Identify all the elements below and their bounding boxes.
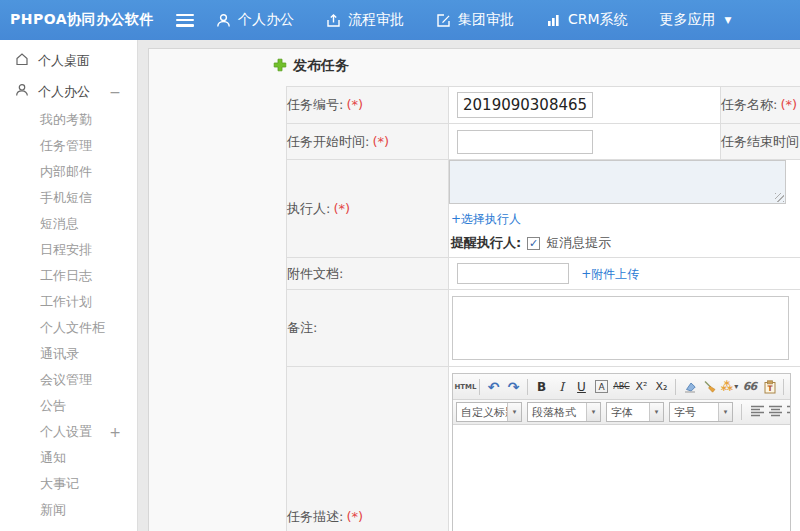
nav-item-flow-approval[interactable]: 流程审批 xyxy=(326,11,404,29)
sidebar-item-meeting-management[interactable]: 会议管理 xyxy=(0,367,137,393)
bar-chart-icon xyxy=(546,13,561,28)
sidebar-item-task-management[interactable]: 任务管理 xyxy=(0,133,137,159)
chevron-down-icon: ▾ xyxy=(649,403,663,421)
user-icon xyxy=(15,83,29,100)
executor-textarea[interactable] xyxy=(449,160,786,204)
sidebar-item-short-message[interactable]: 短消息 xyxy=(0,211,137,237)
sidebar-item-my-attendance[interactable]: 我的考勤 xyxy=(0,107,137,133)
remark-label-cell: 备注: xyxy=(287,290,449,367)
eraser-button[interactable] xyxy=(680,377,699,397)
paragraph-format-select[interactable]: 段落格式 ▾ xyxy=(527,402,601,422)
app-logo: PHPOA协同办公软件 xyxy=(0,11,176,29)
remark-field-cell xyxy=(449,290,800,367)
remark-textarea[interactable] xyxy=(452,296,789,360)
nav-item-more-apps[interactable]: 更多应用 ▼ xyxy=(660,11,732,29)
nav-item-group-approval[interactable]: 集团审批 xyxy=(436,11,514,29)
top-nav-menu: 个人办公 流程审批 集团审批 CRM系统 更多应用 xyxy=(216,11,732,29)
editor-content-area[interactable] xyxy=(453,425,790,531)
italic-button[interactable]: I xyxy=(552,377,571,397)
sms-remind-label: 短消息提示 xyxy=(546,234,611,252)
app-window: PHPOA协同办公软件 个人办公 流程审批 集团审批 xyxy=(0,0,800,531)
sidebar-item-mobile-sms[interactable]: 手机短信 xyxy=(0,185,137,211)
collapse-icon[interactable]: − xyxy=(109,84,121,100)
underline-button[interactable]: U xyxy=(572,377,591,397)
nav-item-crm[interactable]: CRM系统 xyxy=(546,11,628,29)
svg-text:T: T xyxy=(767,384,773,393)
blockquote-button[interactable]: 66 xyxy=(740,377,759,397)
menu-icon[interactable] xyxy=(176,14,194,27)
sidebar: 个人桌面 个人办公 − 我的考勤 任务管理 内部邮件 手机短信 短消息 日程安排… xyxy=(0,40,138,531)
description-label-cell: 任务描述:(*) xyxy=(287,367,449,531)
resize-grip-icon[interactable] xyxy=(775,193,784,202)
sidebar-item-contacts[interactable]: 通讯录 xyxy=(0,341,137,367)
task-number-label-cell: 任务编号:(*) xyxy=(287,87,449,124)
sidebar-item-work-log[interactable]: 工作日志 xyxy=(0,263,137,289)
page-title: 发布任务 xyxy=(273,57,349,75)
attachment-input[interactable] xyxy=(457,263,569,284)
executor-field-cell: +选择执行人 提醒执行人: ✓ 短消息提示 xyxy=(449,160,800,258)
sidebar-item-personal-office[interactable]: 个人办公 − xyxy=(0,76,137,107)
chevron-down-icon: ▾ xyxy=(734,382,738,391)
undo-button[interactable]: ↶ xyxy=(484,377,503,397)
sidebar-item-announcement[interactable]: 公告 xyxy=(0,393,137,419)
format-brush-button[interactable] xyxy=(700,377,719,397)
font-size-select[interactable]: 字号 ▾ xyxy=(669,402,733,422)
start-time-field-cell xyxy=(449,124,721,160)
font-color-button[interactable]: A▾ xyxy=(788,377,790,397)
font-family-select[interactable]: 字体 ▾ xyxy=(606,402,664,422)
sidebar-item-personal-settings[interactable]: 个人设置 + xyxy=(0,419,137,445)
sidebar-item-internal-mail[interactable]: 内部邮件 xyxy=(0,159,137,185)
user-icon xyxy=(216,13,231,28)
bold-button[interactable]: B xyxy=(532,377,551,397)
rich-text-editor: HTML ↶ ↷ B I U A ABC xyxy=(452,373,791,531)
chevron-down-icon: ▾ xyxy=(586,403,600,421)
sms-remind-checkbox[interactable]: ✓ xyxy=(527,237,540,250)
redo-button[interactable]: ↷ xyxy=(504,377,523,397)
subscript-button[interactable]: X₂ xyxy=(652,377,671,397)
align-left-icon[interactable] xyxy=(750,404,765,420)
chevron-down-icon: ▾ xyxy=(507,403,521,421)
sidebar-item-work-plan[interactable]: 工作计划 xyxy=(0,289,137,315)
main-content: 发布任务 任务编号:(*) 任务名称:(*) xyxy=(138,40,800,531)
attachment-label-cell: 附件文档: xyxy=(287,258,449,290)
strikethrough-button[interactable]: ABC xyxy=(612,377,631,397)
custom-title-select[interactable]: 自定义标题 ▾ xyxy=(456,402,522,422)
autotypeset-button[interactable]: ⁂▾ xyxy=(720,377,739,397)
paste-button[interactable]: T xyxy=(760,377,779,397)
attachment-field-cell: +附件上传 xyxy=(449,258,800,290)
remind-executor-label: 提醒执行人: xyxy=(451,234,521,252)
sidebar-item-personal-files[interactable]: 个人文件柜 xyxy=(0,315,137,341)
align-right-icon[interactable] xyxy=(786,404,790,420)
task-number-field-cell xyxy=(449,87,721,124)
sidebar-item-news[interactable]: 新闻 xyxy=(0,497,137,523)
content-panel: 发布任务 任务编号:(*) 任务名称:(*) xyxy=(148,48,800,531)
attachment-upload-link[interactable]: +附件上传 xyxy=(581,267,639,281)
publish-task-form: 任务编号:(*) 任务名称:(*) 任务开始时间:(*) xyxy=(286,86,800,531)
end-time-label-cell: 任务结束时间:(*) xyxy=(721,124,800,160)
sidebar-item-big-events[interactable]: 大事记 xyxy=(0,471,137,497)
chevron-down-icon: ▼ xyxy=(725,15,732,25)
select-executor-link[interactable]: +选择执行人 xyxy=(451,211,521,228)
sidebar-item-personal-desktop[interactable]: 个人桌面 xyxy=(0,45,137,76)
task-number-input[interactable] xyxy=(457,92,593,118)
font-style-box-button[interactable]: A xyxy=(592,377,611,397)
add-plus-icon xyxy=(273,58,287,75)
html-source-button[interactable]: HTML xyxy=(456,377,475,397)
editor-toolbar-row2: 自定义标题 ▾ 段落格式 ▾ 字体 ▾ xyxy=(453,400,790,425)
align-center-icon[interactable] xyxy=(768,404,783,420)
description-field-cell: HTML ↶ ↷ B I U A ABC xyxy=(449,367,800,531)
superscript-button[interactable]: X² xyxy=(632,377,651,397)
nav-item-personal-office[interactable]: 个人办公 xyxy=(216,11,294,29)
home-icon xyxy=(15,52,29,69)
edit-approval-icon xyxy=(436,13,451,28)
executor-label-cell: 执行人:(*) xyxy=(287,160,449,258)
flow-approval-icon xyxy=(326,13,341,28)
start-time-label-cell: 任务开始时间:(*) xyxy=(287,124,449,160)
task-name-label-cell: 任务名称:(*) xyxy=(721,87,800,124)
editor-toolbar-row1: HTML ↶ ↷ B I U A ABC xyxy=(453,374,790,400)
sidebar-item-notification[interactable]: 通知 xyxy=(0,445,137,471)
expand-icon[interactable]: + xyxy=(109,424,121,440)
sidebar-item-schedule[interactable]: 日程安排 xyxy=(0,237,137,263)
top-navbar: PHPOA协同办公软件 个人办公 流程审批 集团审批 xyxy=(0,0,800,40)
start-time-input[interactable] xyxy=(457,130,593,154)
